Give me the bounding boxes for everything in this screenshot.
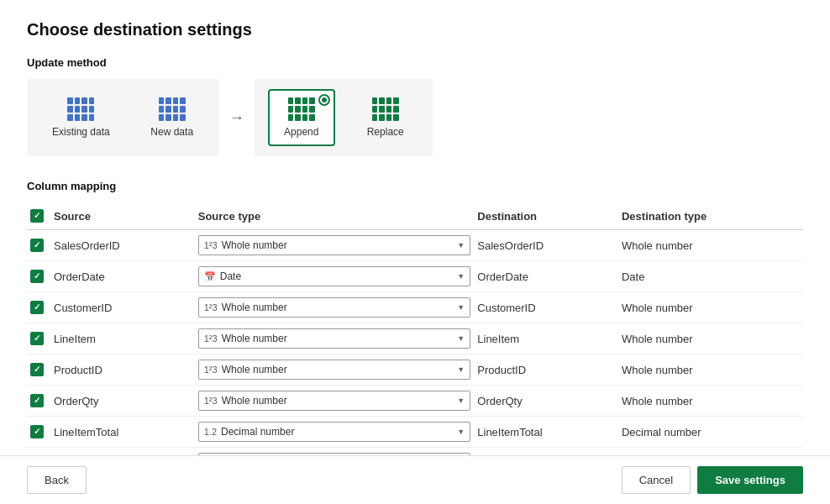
source-cell: ProductID (54, 354, 198, 386)
source-type-dropdown[interactable]: 1.2 Decimal number ▼ (198, 422, 471, 442)
existing-data-label: Existing data (52, 126, 110, 138)
source-type-label: Whole number (222, 395, 287, 407)
destination-cell: SalesOrderID (477, 230, 622, 261)
row-checkbox[interactable]: ✓ (30, 270, 44, 283)
method-append[interactable]: Append (268, 89, 335, 146)
destination-cell: CustomerID (477, 292, 622, 323)
number-icon: 1²3 (204, 240, 218, 250)
existing-data-icon (67, 97, 94, 121)
source-type-label: Whole number (222, 302, 287, 313)
source-type-cell: 1²3 Whole number ▼ (198, 386, 478, 417)
row-checkbox[interactable]: ✓ (30, 332, 44, 345)
table-row: ✓ProductID 1²3 Whole number ▼ ProductIDW… (27, 354, 803, 386)
number-icon: 1²3 (204, 396, 218, 406)
back-button[interactable]: Back (27, 466, 87, 494)
dropdown-arrow-icon: ▼ (457, 428, 465, 436)
replace-label: Replace (367, 126, 404, 138)
source-type-cell: 1.2 Decimal number ▼ (198, 417, 478, 448)
dropdown-arrow-icon: ▼ (457, 272, 465, 281)
destination-type-cell: Whole number (622, 386, 803, 417)
append-label: Append (284, 126, 318, 138)
source-type-cell: 1²3 Whole number ▼ (198, 323, 478, 354)
destination-type-text: Whole number (622, 239, 693, 252)
number-icon: 1²3 (204, 333, 218, 344)
decimal-icon: 1.2 (204, 427, 217, 437)
destination-type-cell: Whole number (622, 292, 803, 323)
header-checkbox-col: ✓ (27, 202, 54, 230)
method-replace[interactable]: Replace (352, 89, 419, 146)
save-settings-button[interactable]: Save settings (697, 466, 803, 494)
source-type-dropdown[interactable]: 1²3 Whole number ▼ (198, 328, 471, 349)
source-method-group: Existing data New data (27, 79, 219, 156)
source-cell: CustomerID (54, 292, 198, 323)
dropdown-arrow-icon: ▼ (457, 303, 465, 312)
source-type-label: Date (220, 270, 241, 282)
destination-header: Destination (477, 202, 622, 230)
replace-icon (372, 97, 399, 121)
destination-type-header: Destination type (622, 202, 803, 230)
calendar-icon: 📅 (204, 271, 216, 282)
select-all-checkbox[interactable]: ✓ (30, 209, 44, 223)
source-type-cell: 1²3 Whole number ▼ (198, 354, 478, 386)
dropdown-arrow-icon: ▼ (457, 365, 465, 374)
destination-type-cell: Whole number (622, 323, 803, 354)
source-type-dropdown[interactable]: 📅 Date ▼ (198, 266, 471, 286)
destination-type-text: Decimal number (622, 426, 701, 438)
new-data-label: New data (150, 126, 193, 138)
table-row: ✓SalesOrderID 1²3 Whole number ▼ SalesOr… (27, 230, 803, 261)
source-type-dropdown[interactable]: 1²3 Whole number ▼ (198, 235, 471, 255)
update-method-section: Existing data New data → Append (27, 79, 803, 156)
dropdown-arrow-icon: ▼ (457, 396, 465, 405)
table-row: ✓OrderDate 📅 Date ▼ OrderDateDate (27, 261, 803, 292)
source-type-dropdown[interactable]: 1²3 Whole number ▼ (198, 297, 471, 318)
right-buttons: Cancel Save settings (622, 466, 803, 494)
destination-type-cell: Date (622, 261, 803, 292)
destination-cell: LineItemTotal (477, 417, 622, 448)
table-row: ✓CustomerID 1²3 Whole number ▼ CustomerI… (27, 292, 803, 323)
destination-type-cell: Whole number (622, 354, 803, 386)
number-icon: 1²3 (204, 302, 218, 312)
method-existing[interactable]: Existing data (40, 89, 122, 146)
destination-type-text: Whole number (622, 302, 693, 314)
dest-method-group: Append Replace (255, 79, 433, 156)
source-type-cell: 1²3 Whole number ▼ (198, 230, 478, 261)
row-checkbox[interactable]: ✓ (30, 363, 44, 376)
number-icon: 1²3 (204, 365, 218, 375)
destination-type-text: Whole number (622, 364, 693, 376)
destination-cell: OrderDate (477, 261, 622, 292)
table-row: ✓OrderQty 1²3 Whole number ▼ OrderQtyWho… (27, 386, 803, 417)
mapping-table: ✓ Source Source type Destination Destina… (27, 202, 803, 479)
destination-cell: ProductID (477, 354, 622, 386)
append-radio (318, 94, 330, 106)
column-mapping-label: Column mapping (27, 180, 803, 192)
dropdown-arrow-icon: ▼ (457, 334, 465, 343)
destination-type-cell: Whole number (622, 230, 803, 261)
row-checkbox[interactable]: ✓ (30, 394, 44, 407)
source-cell: LineItemTotal (54, 417, 198, 448)
arrow-icon: → (229, 109, 244, 127)
source-type-label: Whole number (222, 364, 287, 375)
new-data-icon (159, 97, 186, 121)
method-new[interactable]: New data (139, 89, 206, 146)
source-type-cell: 📅 Date ▼ (198, 261, 478, 292)
source-cell: OrderDate (54, 261, 198, 292)
source-cell: LineItem (54, 323, 198, 354)
source-type-dropdown[interactable]: 1²3 Whole number ▼ (198, 391, 471, 411)
source-cell: OrderQty (54, 386, 198, 417)
source-type-dropdown[interactable]: 1²3 Whole number ▼ (198, 360, 471, 380)
source-type-header: Source type (198, 202, 478, 230)
destination-type-text: Date (622, 270, 644, 283)
row-checkbox[interactable]: ✓ (30, 301, 44, 314)
row-checkbox[interactable]: ✓ (30, 239, 44, 252)
source-type-label: Whole number (222, 333, 287, 344)
row-checkbox[interactable]: ✓ (30, 425, 44, 438)
table-row: ✓LineItemTotal 1.2 Decimal number ▼ Line… (27, 417, 803, 448)
source-cell: SalesOrderID (54, 230, 198, 261)
page-title: Choose destination settings (27, 20, 803, 39)
destination-type-cell: Decimal number (622, 417, 803, 448)
source-type-label: Decimal number (221, 426, 294, 438)
source-type-cell: 1²3 Whole number ▼ (198, 292, 478, 323)
table-header-row: ✓ Source Source type Destination Destina… (27, 202, 803, 230)
cancel-button[interactable]: Cancel (622, 466, 691, 494)
source-header: Source (54, 202, 198, 230)
